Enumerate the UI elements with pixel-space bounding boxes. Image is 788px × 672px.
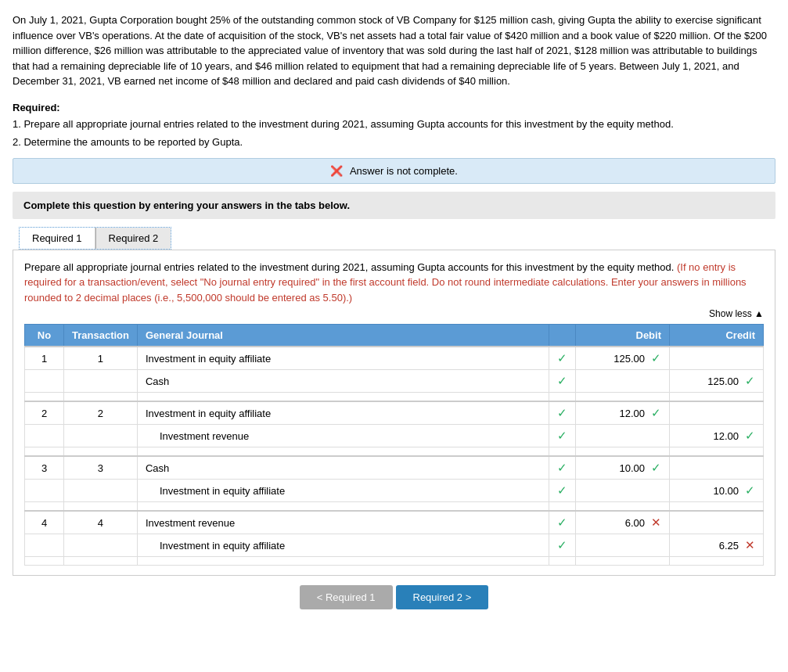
cell-debit [576,534,670,557]
table-row: 33Cash✓10.00✓ [25,456,764,480]
required-section: Required: 1. Prepare all appropriate jou… [13,102,775,150]
spacer-row [25,447,764,457]
cell-account: Cash [137,456,549,480]
cell-check: ✓ [549,480,576,502]
cell-credit [670,456,764,480]
cell-account: Investment in equity affiliate [137,480,549,502]
cell-debit: 12.00✓ [576,401,670,425]
instruction-box: Complete this question by entering your … [13,192,775,219]
cell-check: ✓ [549,401,576,425]
table-row: Investment in equity affiliate✓10.00✓ [25,480,764,502]
alert-box: ❌ Answer is not complete. [13,158,775,184]
spacer-row [25,502,764,512]
col-check [549,325,576,347]
spacer-row [25,557,764,566]
instruction-text: Complete this question by entering your … [23,199,350,211]
content-area: Prepare all appropriate journal entries … [13,250,775,577]
cell-transaction [64,480,138,502]
cell-check: ✓ [549,511,576,534]
cell-credit [670,347,764,370]
cell-no [25,534,64,557]
cell-credit: 125.00✓ [670,370,764,393]
cell-transaction: 1 [64,347,138,370]
cell-transaction: 2 [64,401,138,425]
journal-table: No Transaction General Journal Debit Cre… [24,324,764,566]
cell-transaction: 3 [64,456,138,480]
cell-debit [576,370,670,393]
required-item-1: 1. Prepare all appropriate journal entri… [13,117,775,132]
btn-next[interactable]: Required 2 > [396,585,489,609]
cell-transaction [64,534,138,557]
cell-check: ✓ [549,347,576,370]
cell-no: 2 [25,401,64,425]
col-general-journal: General Journal [137,325,549,347]
cell-debit [576,425,670,447]
cell-debit: 10.00✓ [576,456,670,480]
col-no: No [25,325,64,347]
cell-account: Investment revenue [137,511,549,534]
cell-debit: 6.00✕ [576,511,670,534]
col-credit: Credit [670,325,764,347]
cell-debit: 125.00✓ [576,347,670,370]
content-description: Prepare all appropriate journal entries … [24,260,764,306]
table-row: Investment in equity affiliate✓6.25✕ [25,534,764,557]
cell-account: Investment in equity affiliate [137,401,549,425]
cell-no [25,370,64,393]
cell-transaction: 4 [64,511,138,534]
tab-required-1[interactable]: Required 1 [20,228,95,249]
cell-transaction [64,425,138,447]
cell-credit [670,401,764,425]
btn-prev[interactable]: < Required 1 [300,585,393,609]
cell-check: ✓ [549,456,576,480]
cell-credit: 12.00✓ [670,425,764,447]
cell-no [25,480,64,502]
cell-no: 4 [25,511,64,534]
cell-credit: 6.25✕ [670,534,764,557]
cell-account: Cash [137,370,549,393]
col-transaction: Transaction [64,325,138,347]
bottom-nav: < Required 1 Required 2 > [13,585,775,609]
table-row: 11Investment in equity affiliate✓125.00✓ [25,347,764,370]
cell-debit [576,480,670,502]
cell-credit [670,511,764,534]
cell-check: ✓ [549,370,576,393]
table-row: 22Investment in equity affiliate✓12.00✓ [25,401,764,425]
intro-paragraph: On July 1, 2021, Gupta Corporation bough… [13,13,775,89]
cell-account: Investment in equity affiliate [137,534,549,557]
cell-check: ✓ [549,425,576,447]
table-row: 44Investment revenue✓6.00✕ [25,511,764,534]
alert-text: Answer is not complete. [350,165,458,177]
cell-credit: 10.00✓ [670,480,764,502]
cell-no: 1 [25,347,64,370]
table-row: Investment revenue✓12.00✓ [25,425,764,447]
alert-icon: ❌ [330,165,343,177]
cell-no: 3 [25,456,64,480]
show-less[interactable]: Show less ▲ [24,308,764,319]
tab-required-2[interactable]: Required 2 [96,228,171,249]
cell-check: ✓ [549,534,576,557]
cell-transaction [64,370,138,393]
tabs-container: Required 1 Required 2 [19,227,171,250]
cell-account: Investment in equity affiliate [137,347,549,370]
cell-account: Investment revenue [137,425,549,447]
required-header: Required: [13,102,775,113]
cell-no [25,425,64,447]
table-row: Cash✓125.00✓ [25,370,764,393]
col-debit: Debit [576,325,670,347]
required-item-2: 2. Determine the amounts to be reported … [13,135,775,150]
spacer-row [25,393,764,402]
